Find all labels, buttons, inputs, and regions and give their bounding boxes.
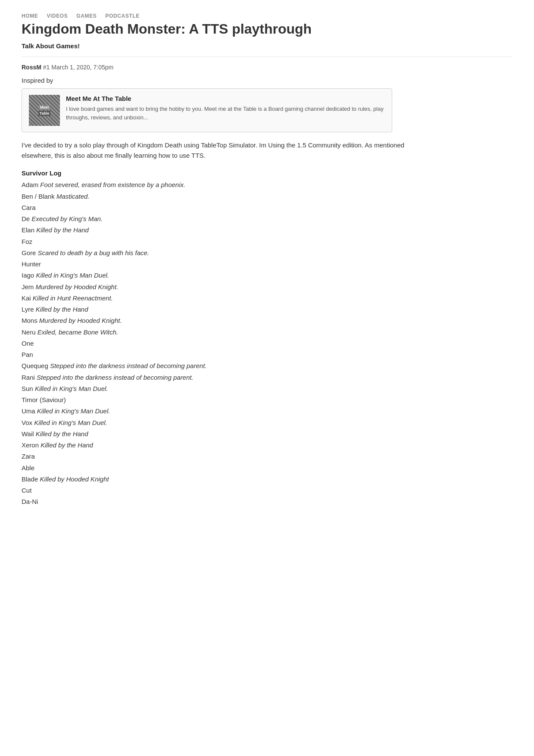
survivor-entry: Quequeg Stepped into the darkness instea… — [22, 360, 512, 372]
survivor-entry: Able — [22, 462, 512, 474]
link-card-content: Meet Me At The Table I love board games … — [66, 95, 385, 122]
thumbnail-image: Meet Table — [29, 95, 60, 126]
survivor-fate: Exiled, became Bone Witch. — [37, 328, 118, 336]
survivor-fate: Killed by the Hand — [36, 430, 88, 437]
survivor-name: Lyre — [22, 306, 34, 313]
survivor-entry: Iago Killed in King's Man Duel. — [22, 270, 512, 281]
navigation: HOME VIDEOS GAMES PODCASTLE — [22, 13, 512, 19]
survivor-fate: Killed by the Hand — [36, 226, 89, 234]
thumb-meet: Meet — [39, 105, 50, 110]
page-title: Kingdom Death Monster: A TTS playthrough — [22, 21, 512, 37]
post-number-value: #1 — [43, 64, 50, 71]
link-card-thumbnail: Meet Table — [29, 95, 60, 126]
survivor-entry: Rani Stepped into the darkness instead o… — [22, 372, 512, 383]
survivor-fate: Stepped into the darkness instead of bec… — [37, 374, 194, 381]
thumb-table: Table — [38, 111, 51, 116]
survivor-name: Neru — [22, 328, 36, 336]
link-card-title: Meet Me At The Table — [66, 95, 385, 102]
survivor-entry: Foz — [22, 236, 512, 247]
nav-podcastle[interactable]: PODCASTLE — [105, 13, 139, 19]
survivor-name: Ben / Blank — [22, 193, 55, 200]
survivor-fate: Killed in Hunt Reenactment. — [33, 294, 113, 302]
survivor-name: Da-Ni — [22, 498, 38, 505]
survivor-name: Rani — [22, 374, 35, 381]
survivor-entry: Da-Ni — [22, 496, 512, 507]
nav-videos[interactable]: VIDEOS — [47, 13, 68, 19]
survivor-fate: Executed by King's Man. — [31, 215, 103, 222]
survivor-name: Gore — [22, 249, 36, 256]
survivor-name: Able — [22, 464, 34, 472]
survivor-name: Cut — [22, 487, 31, 494]
survivor-entry: Xeron Killed by the Hand — [22, 440, 512, 451]
survivor-entry: Elan Killed by the Hand — [22, 225, 512, 236]
survivor-name: Jem — [22, 283, 34, 291]
survivor-name: Blade — [22, 475, 38, 483]
survivor-entry: Cara — [22, 202, 512, 213]
post-meta: RossM #1 March 1, 2020, 7:05pm — [22, 64, 512, 71]
survivor-fate: Killed by Hooded Knight — [40, 475, 109, 483]
survivor-fate: Killed in King's Man Duel. — [37, 407, 110, 415]
survivor-entry: Adam Foot severed, erased from existence… — [22, 179, 512, 191]
post-author: RossM — [22, 64, 41, 71]
survivor-name: Xeron — [22, 441, 39, 449]
survivor-name: Kai — [22, 294, 31, 302]
link-card[interactable]: Meet Table Meet Me At The Table I love b… — [22, 88, 392, 132]
survivor-name: Quequeg — [22, 362, 48, 369]
survivor-entry: Blade Killed by Hooded Knight — [22, 474, 512, 485]
survivor-entry: Vox Killed in King's Man Duel. — [22, 417, 512, 428]
survivor-fate: Stepped into the darkness instead of bec… — [50, 362, 207, 369]
survivor-fate: Killed by the Hand — [36, 306, 88, 313]
survivor-entry: One — [22, 338, 512, 349]
survivor-log-title: Survivor Log — [22, 169, 512, 177]
survivor-entry: Lyre Killed by the Hand — [22, 304, 512, 315]
survivor-name: Pan — [22, 351, 33, 358]
survivor-name: Cara — [22, 204, 36, 211]
survivor-entry: Gore Scared to death by a bug with his f… — [22, 247, 512, 259]
inspired-label: Inspired by — [22, 77, 512, 84]
survivor-name: Foz — [22, 238, 32, 245]
survivor-entry: Pan — [22, 349, 512, 360]
nav-home[interactable]: HOME — [22, 13, 38, 19]
survivor-entry: Kai Killed in Hunt Reenactment. — [22, 293, 512, 304]
survivor-fate: Murdered by Hooded Knight. — [39, 317, 122, 324]
survivor-name: Zara — [22, 453, 35, 460]
nav-games[interactable]: GAMES — [76, 13, 97, 19]
survivor-entry: Hunter — [22, 259, 512, 270]
survivor-fate: Scared to death by a bug with his face. — [38, 249, 150, 256]
link-card-description: I love board games and want to bring the… — [66, 105, 385, 122]
survivor-entry: Sun Killed in King's Man Duel. — [22, 383, 512, 394]
survivor-entry: Zara — [22, 451, 512, 462]
survivor-name: Elan — [22, 226, 34, 234]
survivor-fate: Murdered by Hooded Knight. — [36, 283, 119, 291]
survivor-fate: Foot severed, erased from existence by a… — [40, 181, 185, 188]
survivor-name: Timor (Saviour) — [22, 396, 66, 403]
survivor-name: One — [22, 340, 34, 347]
sub-heading: Talk About Games! — [22, 42, 512, 50]
survivor-name: De — [22, 215, 30, 222]
survivor-entry: Timor (Saviour) — [22, 394, 512, 406]
survivor-entry: Uma Killed in King's Man Duel. — [22, 406, 512, 417]
survivor-entry: Mons Murdered by Hooded Knight. — [22, 315, 512, 326]
survivor-name: Iago — [22, 272, 34, 279]
survivor-log: Adam Foot severed, erased from existence… — [22, 179, 512, 507]
post-body: I've decided to try a solo play through … — [22, 140, 409, 161]
post-date: March 1, 2020, 7:05pm — [51, 64, 113, 71]
survivor-entry: Ben / Blank Masticated. — [22, 191, 512, 202]
survivor-entry: Neru Exiled, became Bone Witch. — [22, 327, 512, 338]
survivor-entry: De Executed by King's Man. — [22, 213, 512, 225]
survivor-name: Sun — [22, 385, 33, 392]
survivor-name: Wail — [22, 430, 34, 437]
survivor-name: Mons — [22, 317, 37, 324]
survivor-name: Hunter — [22, 260, 41, 268]
survivor-entry: Jem Murdered by Hooded Knight. — [22, 281, 512, 293]
survivor-name: Vox — [22, 419, 32, 426]
survivor-fate: Killed by the Hand — [41, 441, 93, 449]
survivor-entry: Wail Killed by the Hand — [22, 428, 512, 440]
survivor-fate: Killed in King's Man Duel. — [34, 419, 107, 426]
survivor-name: Uma — [22, 407, 35, 415]
survivor-fate: Masticated. — [56, 193, 90, 200]
divider-top — [22, 56, 512, 57]
survivor-entry: Cut — [22, 485, 512, 496]
survivor-fate: Killed in King's Man Duel. — [36, 272, 109, 279]
survivor-fate: Killed in King's Man Duel. — [35, 385, 108, 392]
